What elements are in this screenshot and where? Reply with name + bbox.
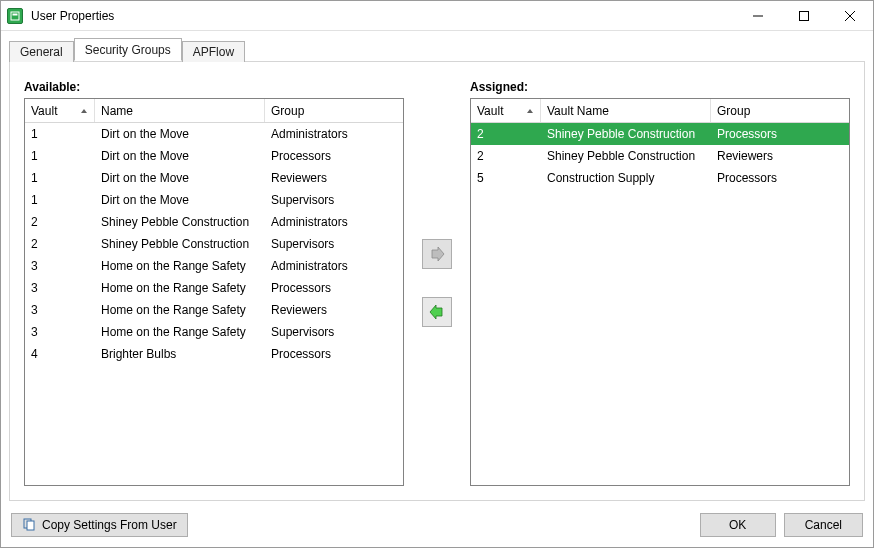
header-vault-assigned[interactable]: Vault (471, 99, 541, 122)
cell-name: Home on the Range Safety (95, 325, 265, 339)
svg-marker-9 (527, 109, 533, 113)
table-row[interactable]: 5Construction SupplyProcessors (471, 167, 849, 189)
cell-group: Reviewers (711, 149, 849, 163)
sort-asc-icon (80, 104, 88, 118)
cell-group: Processors (265, 149, 403, 163)
cell-group: Administrators (265, 259, 403, 273)
cell-name: Shiney Pebble Construction (541, 127, 711, 141)
cell-vault: 1 (25, 127, 95, 141)
assigned-body[interactable]: 2Shiney Pebble ConstructionProcessors2Sh… (471, 123, 849, 485)
copy-icon (22, 517, 36, 534)
header-group-label: Group (271, 104, 304, 118)
header-group-assigned-label: Group (717, 104, 750, 118)
cell-name: Home on the Range Safety (95, 259, 265, 273)
table-row[interactable]: 2Shiney Pebble ConstructionProcessors (471, 123, 849, 145)
tabs-strip: General Security Groups APFlow (9, 39, 865, 61)
header-vault[interactable]: Vault (25, 99, 95, 122)
assigned-label: Assigned: (470, 80, 850, 94)
cell-name: Home on the Range Safety (95, 303, 265, 317)
cell-name: Dirt on the Move (95, 193, 265, 207)
table-row[interactable]: 1Dirt on the MoveAdministrators (25, 123, 403, 145)
available-body[interactable]: 1Dirt on the MoveAdministrators1Dirt on … (25, 123, 403, 485)
ok-button[interactable]: OK (700, 513, 776, 537)
svg-rect-1 (13, 13, 18, 15)
cell-vault: 2 (25, 237, 95, 251)
table-row[interactable]: 2Shiney Pebble ConstructionAdministrator… (25, 211, 403, 233)
table-row[interactable]: 3Home on the Range SafetyAdministrators (25, 255, 403, 277)
cell-vault: 1 (25, 171, 95, 185)
svg-marker-7 (432, 247, 444, 261)
minimize-button[interactable] (735, 1, 781, 30)
cell-name: Home on the Range Safety (95, 281, 265, 295)
cell-group: Processors (265, 347, 403, 361)
table-row[interactable]: 3Home on the Range SafetySupervisors (25, 321, 403, 343)
transfer-buttons (404, 80, 470, 486)
cell-name: Dirt on the Move (95, 149, 265, 163)
move-left-button[interactable] (422, 297, 452, 327)
header-vault-label: Vault (31, 104, 57, 118)
cell-name: Dirt on the Move (95, 127, 265, 141)
cell-group: Processors (711, 127, 849, 141)
cell-group: Supervisors (265, 325, 403, 339)
bottom-bar: Copy Settings From User OK Cancel (1, 507, 873, 547)
cell-name: Shiney Pebble Construction (95, 237, 265, 251)
table-row[interactable]: 2Shiney Pebble ConstructionSupervisors (25, 233, 403, 255)
cell-vault: 2 (471, 127, 541, 141)
cell-name: Construction Supply (541, 171, 711, 185)
table-row[interactable]: 1Dirt on the MoveReviewers (25, 167, 403, 189)
close-button[interactable] (827, 1, 873, 30)
assigned-list[interactable]: Vault Vault Name Group 2Shiney Pebble C (470, 98, 850, 486)
header-group-assigned[interactable]: Group (711, 99, 849, 122)
table-row[interactable]: 3Home on the Range SafetyProcessors (25, 277, 403, 299)
table-row[interactable]: 1Dirt on the MoveSupervisors (25, 189, 403, 211)
maximize-button[interactable] (781, 1, 827, 30)
svg-marker-8 (430, 305, 442, 319)
copy-settings-button[interactable]: Copy Settings From User (11, 513, 188, 537)
cell-group: Supervisors (265, 193, 403, 207)
cell-vault: 1 (25, 193, 95, 207)
available-list[interactable]: Vault Name Group 1Dirt on the MoveAdmin (24, 98, 404, 486)
header-group[interactable]: Group (265, 99, 403, 122)
titlebar: User Properties (1, 1, 873, 31)
cell-group: Processors (265, 281, 403, 295)
cell-vault: 4 (25, 347, 95, 361)
svg-rect-3 (800, 11, 809, 20)
cell-group: Reviewers (265, 303, 403, 317)
cell-group: Administrators (265, 127, 403, 141)
tab-panel: Available: Vault Name Grou (9, 61, 865, 501)
cell-vault: 5 (471, 171, 541, 185)
cell-vault: 3 (25, 303, 95, 317)
content: General Security Groups APFlow Available… (1, 31, 873, 507)
table-row[interactable]: 2Shiney Pebble ConstructionReviewers (471, 145, 849, 167)
cell-vault: 3 (25, 259, 95, 273)
cell-vault: 3 (25, 325, 95, 339)
copy-settings-label: Copy Settings From User (42, 518, 177, 532)
available-label: Available: (24, 80, 404, 94)
svg-marker-6 (81, 109, 87, 113)
cell-name: Dirt on the Move (95, 171, 265, 185)
move-right-button[interactable] (422, 239, 452, 269)
cancel-button[interactable]: Cancel (784, 513, 863, 537)
tab-security-groups[interactable]: Security Groups (74, 38, 182, 61)
table-row[interactable]: 3Home on the Range SafetyReviewers (25, 299, 403, 321)
tab-apflow[interactable]: APFlow (182, 41, 245, 62)
cell-group: Reviewers (265, 171, 403, 185)
header-name[interactable]: Name (95, 99, 265, 122)
cell-group: Processors (711, 171, 849, 185)
cell-name: Brighter Bulbs (95, 347, 265, 361)
header-name-label: Name (101, 104, 133, 118)
cell-name: Shiney Pebble Construction (541, 149, 711, 163)
cell-vault: 3 (25, 281, 95, 295)
cell-vault: 2 (471, 149, 541, 163)
tab-general[interactable]: General (9, 41, 74, 62)
cell-vault: 2 (25, 215, 95, 229)
assigned-header: Vault Vault Name Group (471, 99, 849, 123)
svg-rect-11 (27, 521, 34, 530)
window: User Properties General Security Groups … (0, 0, 874, 548)
header-vault-name-assigned-label: Vault Name (547, 104, 609, 118)
header-vault-name-assigned[interactable]: Vault Name (541, 99, 711, 122)
table-row[interactable]: 4Brighter BulbsProcessors (25, 343, 403, 365)
cell-group: Supervisors (265, 237, 403, 251)
header-vault-assigned-label: Vault (477, 104, 503, 118)
table-row[interactable]: 1Dirt on the MoveProcessors (25, 145, 403, 167)
